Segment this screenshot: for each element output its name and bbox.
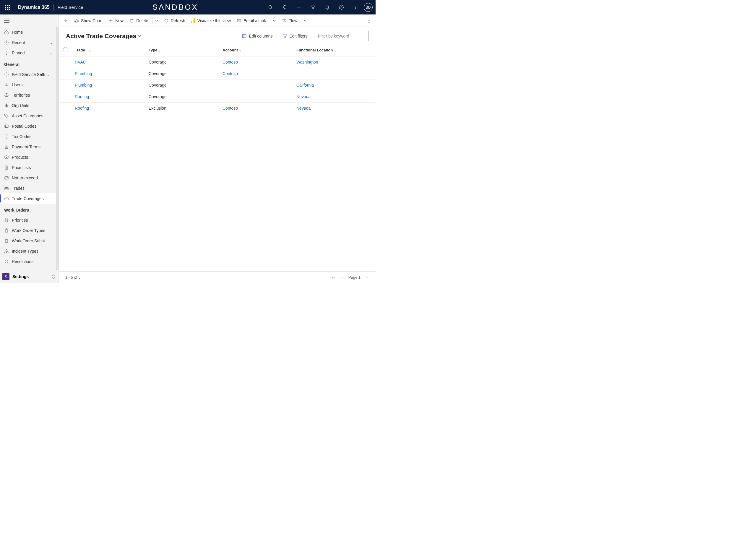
nav-recent[interactable]: Recent⌄ [0, 37, 56, 48]
nav-item[interactable]: Trade Coverages [0, 193, 56, 204]
flow-button[interactable]: Flow [279, 15, 309, 27]
chevron-down-icon[interactable] [273, 19, 276, 22]
trade-link[interactable]: HVAC [75, 60, 86, 65]
main-content: Show Chart New Delete Refresh Visualize … [59, 15, 376, 283]
nav-item[interactable]: Products [0, 152, 56, 162]
nav-item[interactable]: Trades [0, 183, 56, 193]
nav-item[interactable]: Tax Codes [0, 131, 56, 142]
sitemap-toggle[interactable] [0, 15, 58, 27]
account-link[interactable]: Contoso [223, 71, 238, 76]
nav-pinned[interactable]: Pinned⌄ [0, 48, 56, 58]
location-link[interactable]: Nevada [297, 94, 311, 99]
nav-item[interactable]: Work Order Subst… [0, 235, 56, 246]
brand-label: Dynamics 365 [15, 5, 53, 10]
nav-label: Home [12, 30, 53, 34]
help-button[interactable] [349, 0, 363, 15]
type-cell: Coverage [146, 91, 220, 103]
edit-filters-label: Edit filters [290, 34, 308, 39]
refresh-button[interactable]: Refresh [161, 15, 188, 27]
advanced-filter-button[interactable] [306, 0, 320, 15]
nav-item[interactable]: Payment Terms [0, 142, 56, 152]
settings-button[interactable] [334, 0, 349, 15]
search-button[interactable] [263, 0, 278, 15]
column-header-trade[interactable]: Trade↑⌄ [72, 44, 146, 56]
svg-point-40 [368, 18, 369, 19]
nav-item[interactable]: Postal Codes [0, 121, 56, 131]
column-header-account[interactable]: Account⌄ [220, 44, 294, 56]
notifications-button[interactable] [320, 0, 334, 15]
briefcase-icon [4, 186, 9, 190]
nav-item[interactable]: Asset Categories [0, 110, 56, 121]
row-select[interactable] [59, 68, 72, 79]
nav-item[interactable]: Resolutions [0, 256, 56, 266]
more-commands-button[interactable] [364, 18, 375, 23]
show-chart-button[interactable]: Show Chart [71, 15, 105, 27]
nav-label: Tax Codes [12, 134, 53, 139]
location-link[interactable]: Nevada [297, 106, 311, 110]
search-icon [268, 5, 273, 10]
chart-icon [74, 18, 79, 23]
email-label: Email a Link [243, 18, 266, 23]
edit-filters-button[interactable]: Edit filters [280, 32, 311, 40]
visualize-button[interactable]: Visualize this view [188, 15, 234, 27]
column-header-type[interactable]: Type⌄ [146, 44, 220, 56]
globe-icon [4, 93, 9, 98]
nav-item[interactable]: Not-to-exceed [0, 173, 56, 183]
assistant-button[interactable] [278, 0, 292, 15]
location-link[interactable]: California [297, 83, 314, 87]
trade-link[interactable]: Plumbing [75, 83, 92, 87]
nav-item[interactable]: Territories [0, 90, 56, 100]
user-avatar[interactable]: BD [364, 3, 372, 12]
trade-link[interactable]: Roofing [75, 106, 89, 110]
table-row[interactable]: RoofingCoverageNevada [59, 91, 376, 103]
edit-columns-button[interactable]: Edit columns [239, 32, 276, 40]
svg-point-4 [341, 6, 342, 8]
app-name[interactable]: Field Service [53, 5, 87, 10]
row-select[interactable] [59, 56, 72, 68]
location-link[interactable]: Washington [297, 60, 318, 65]
keyword-filter-input[interactable] [315, 31, 368, 41]
nav-item[interactable]: Priorities [0, 215, 56, 225]
app-launcher-button[interactable] [0, 5, 15, 10]
email-link-button[interactable]: Email a Link [234, 15, 279, 27]
table-row[interactable]: PlumbingCoverageCalifornia [59, 79, 376, 91]
nav-item[interactable]: Users [0, 79, 56, 90]
nav-label: Org Units [12, 103, 53, 108]
nav-item[interactable]: Work Order Types [0, 225, 56, 235]
new-label: New [115, 18, 124, 23]
nav-item[interactable]: Incident Types [0, 246, 56, 256]
table-row[interactable]: PlumbingCoverageContoso [59, 68, 376, 79]
delete-label: Delete [136, 18, 148, 23]
column-header-location[interactable]: Functional Location⌄ [294, 44, 376, 56]
area-switcher[interactable]: S Settings [0, 270, 58, 283]
next-page-button[interactable]: → [365, 275, 369, 280]
table-row[interactable]: RoofingExclusionContosoNevada [59, 103, 376, 114]
nav-item[interactable]: Field Service Setti… [0, 69, 56, 79]
first-page-button[interactable]: ⊣◂ [330, 275, 335, 280]
visualize-label: Visualize this view [197, 18, 231, 23]
nav-label: Asset Categories [12, 113, 53, 118]
account-link[interactable]: Contoso [223, 106, 238, 110]
data-grid: Trade↑⌄ Type⌄ Account⌄ Functional Locati… [59, 44, 376, 271]
add-button[interactable] [292, 0, 306, 15]
chevron-down-icon[interactable] [155, 19, 158, 22]
select-all-header[interactable] [59, 44, 72, 56]
view-title-dropdown[interactable]: Active Trade Coverages [66, 32, 141, 40]
row-select[interactable] [59, 79, 72, 91]
table-row[interactable]: HVACCoverageContosoWashington [59, 56, 376, 68]
chevron-down-icon[interactable] [304, 19, 307, 22]
nav-item[interactable]: Org Units [0, 100, 56, 110]
new-button[interactable]: New [105, 15, 126, 27]
account-link[interactable]: Contoso [223, 60, 238, 65]
trade-link[interactable]: Plumbing [75, 71, 92, 76]
area-initial: S [2, 273, 9, 280]
row-select[interactable] [59, 103, 72, 114]
nav-item[interactable]: Price Lists [0, 162, 56, 173]
view-title: Active Trade Coverages [66, 32, 136, 40]
trade-link[interactable]: Roofing [75, 94, 89, 99]
nav-home[interactable]: Home [0, 27, 56, 37]
prev-page-button[interactable]: ← [340, 275, 344, 280]
row-select[interactable] [59, 91, 72, 103]
back-button[interactable] [60, 15, 71, 27]
delete-button[interactable]: Delete [126, 15, 161, 27]
